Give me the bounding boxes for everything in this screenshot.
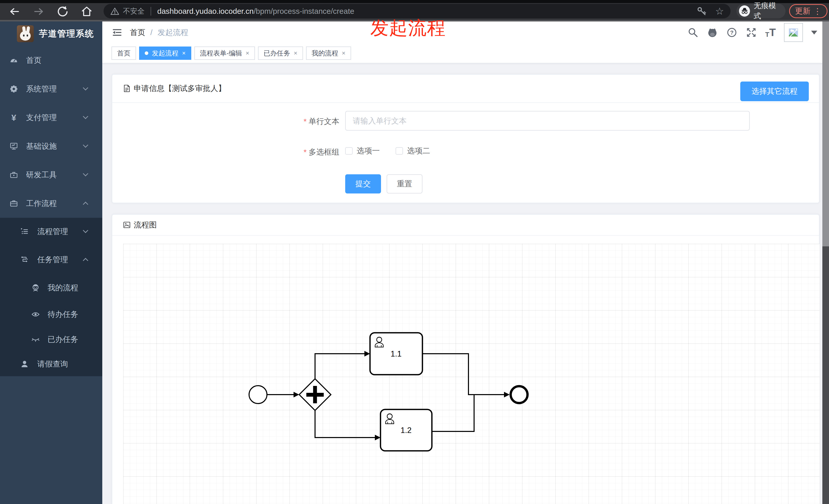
arrowhead: [375, 435, 381, 440]
url-divider: [151, 7, 151, 15]
bpmn-canvas[interactable]: 1.1 1.2: [123, 244, 820, 504]
help-icon[interactable]: ?: [726, 27, 737, 38]
tab-start-process[interactable]: 发起流程 ×: [139, 46, 191, 60]
avatar[interactable]: [784, 23, 803, 42]
sidebar-item-payment-mgmt[interactable]: ¥ 支付管理: [0, 103, 102, 132]
main-area: 首页 / 发起流程 ?: [102, 22, 822, 504]
face-icon: [31, 283, 40, 292]
checkbox-field-label: *多选框组: [112, 147, 339, 157]
font-size-icon[interactable]: TT: [765, 26, 776, 39]
reload-icon[interactable]: [56, 5, 69, 18]
required-mark: *: [303, 148, 307, 156]
close-icon[interactable]: ×: [182, 50, 186, 56]
close-icon[interactable]: ×: [342, 50, 346, 56]
forward-icon[interactable]: [32, 5, 45, 18]
dashboard-gauge-icon: [10, 56, 18, 65]
breadcrumb-current: 发起流程: [157, 27, 188, 38]
sidebar-item-infrastructure[interactable]: 基础设施: [0, 132, 102, 160]
sidebar-item-dev-tools[interactable]: 研发工具: [0, 160, 102, 189]
svg-text:?: ?: [730, 29, 734, 36]
url-path: /bpm/process-instance/create: [254, 7, 354, 15]
tags-view-bar: 首页 发起流程 × 流程表单-编辑 × 已办任务 × 我的流程 ×: [102, 43, 822, 64]
close-icon[interactable]: ×: [294, 50, 297, 56]
checkbox-option-1[interactable]: 选项一: [345, 146, 380, 156]
apply-card-title: 申请信息【测试多审批人】: [134, 83, 226, 94]
app-header: 首页 / 发起流程 ?: [102, 22, 822, 43]
task-label: 1.2: [400, 426, 411, 435]
chevron-down-icon: [83, 85, 88, 90]
select-other-process-button[interactable]: 选择其它流程: [740, 81, 809, 101]
broken-image-icon: [788, 27, 799, 38]
bookmark-star-icon[interactable]: ☆: [715, 6, 724, 17]
sidebar-item-system-mgmt[interactable]: 系统管理: [0, 75, 102, 103]
not-secure-warning-icon: [110, 7, 119, 16]
checkbox-group: 选项一 选项二: [345, 144, 430, 158]
apply-info-card: 申请信息【测试多审批人】 选择其它流程 *单行文本 *多选框组 选项一 选项二 …: [112, 74, 820, 203]
arrowhead: [364, 351, 370, 356]
chevron-down-icon: [83, 142, 88, 148]
flow-icon: [21, 256, 29, 264]
sidebar-item-todo-tasks[interactable]: 待办任务: [0, 302, 102, 327]
user-icon: [21, 360, 29, 368]
workflow-submenu: 流程管理 任务管理 我的流程: [0, 218, 102, 376]
user-task-1-2-node[interactable]: 1.2: [381, 410, 432, 451]
back-icon[interactable]: [8, 5, 21, 18]
start-event-node[interactable]: [249, 386, 267, 403]
browser-update-button[interactable]: 更新 ⋮: [789, 4, 827, 18]
checkbox-icon[interactable]: [396, 147, 403, 155]
reset-button[interactable]: 重置: [387, 174, 423, 193]
task-label: 1.1: [391, 349, 401, 358]
search-icon[interactable]: [687, 27, 698, 38]
document-icon: [123, 84, 131, 92]
page-scrollbar[interactable]: [822, 22, 829, 504]
avatar-caret-icon[interactable]: [811, 31, 817, 35]
security-label: 不安全: [123, 6, 144, 16]
yen-icon: ¥: [10, 113, 18, 123]
arrowhead: [294, 392, 299, 397]
sidebar-item-leave-query[interactable]: 请假查询: [0, 352, 102, 376]
incognito-badge: 无痕模式: [736, 4, 786, 18]
browser-menu-icon[interactable]: ⋮: [814, 6, 822, 16]
breadcrumb-separator: /: [150, 28, 152, 37]
edge-task1-end: [423, 354, 504, 395]
tab-my-process[interactable]: 我的流程 ×: [306, 46, 351, 60]
apply-card-header: 申请信息【测试多审批人】: [112, 75, 819, 103]
flow-card-title: 流程图: [134, 220, 157, 230]
bpmn-diagram: 1.1 1.2: [123, 244, 820, 504]
briefcase-icon: [10, 199, 18, 207]
tab-home[interactable]: 首页: [111, 46, 136, 60]
github-icon[interactable]: [707, 27, 718, 38]
submit-button[interactable]: 提交: [345, 174, 381, 193]
sidebar-collapse-icon[interactable]: [112, 27, 122, 38]
monitor-icon: [10, 142, 18, 150]
key-icon[interactable]: [697, 6, 707, 16]
edge-task2-merge: [432, 395, 474, 431]
eye-icon: [31, 310, 40, 319]
checkbox-icon[interactable]: [345, 147, 353, 155]
flow-card-header: 流程图: [112, 215, 819, 236]
url-host: dashboard.yudao.iocoder.cn: [157, 7, 254, 15]
close-icon[interactable]: ×: [246, 50, 249, 56]
fullscreen-icon[interactable]: [746, 27, 757, 38]
sidebar-item-my-process[interactable]: 我的流程: [0, 274, 102, 302]
sidebar-item-process-mgmt[interactable]: 流程管理: [0, 218, 102, 245]
single-line-text-input[interactable]: [345, 111, 750, 130]
sidebar-logo-row[interactable]: 芋道管理系统: [0, 22, 102, 46]
tree-list-icon: [21, 228, 29, 236]
breadcrumb-home[interactable]: 首页: [130, 27, 145, 38]
sidebar-item-workflow[interactable]: 工作流程: [0, 189, 102, 218]
sidebar-item-done-tasks[interactable]: 已办任务: [0, 327, 102, 352]
tab-done-tasks[interactable]: 已办任务 ×: [258, 46, 303, 60]
end-event-node[interactable]: [511, 386, 528, 403]
active-dot-icon: [145, 51, 148, 55]
sidebar-item-home[interactable]: 首页: [0, 46, 102, 75]
parallel-gateway-node[interactable]: [299, 379, 331, 411]
app-title: 芋道管理系统: [39, 28, 94, 40]
home-icon[interactable]: [80, 5, 93, 18]
scrollbar-thumb[interactable]: [822, 22, 829, 246]
user-task-1-1-node[interactable]: 1.1: [370, 333, 423, 375]
chevron-down-icon: [83, 228, 88, 233]
sidebar-item-task-mgmt[interactable]: 任务管理: [0, 245, 102, 274]
tab-process-form-edit[interactable]: 流程表单-编辑 ×: [194, 46, 255, 60]
checkbox-option-2[interactable]: 选项二: [396, 146, 430, 156]
